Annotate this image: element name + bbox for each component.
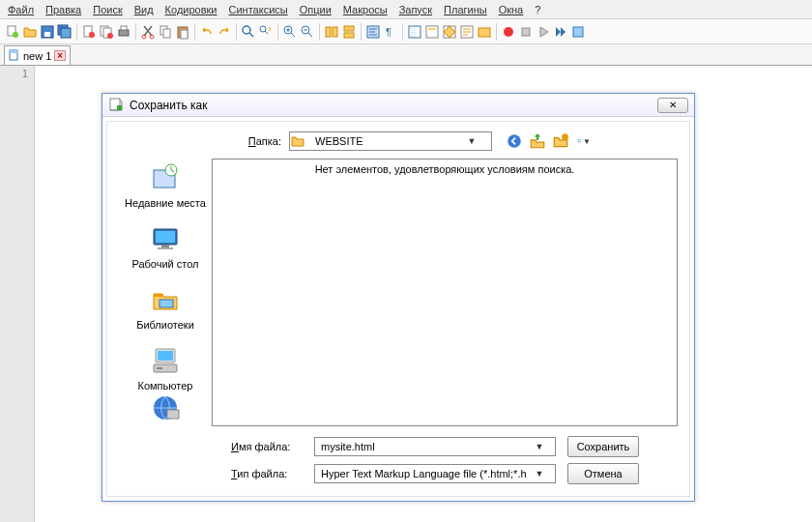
svg-rect-23 xyxy=(326,27,331,37)
chevron-down-icon[interactable]: ▼ xyxy=(464,136,479,146)
sidebar-item-computer[interactable]: Компьютер xyxy=(119,343,212,392)
line-gutter: 1 xyxy=(0,66,35,522)
save-button[interactable]: Сохранить xyxy=(567,436,639,457)
sync-h-icon[interactable] xyxy=(323,23,340,41)
svg-point-19 xyxy=(243,26,250,34)
close-icon[interactable] xyxy=(80,23,98,41)
svg-rect-5 xyxy=(61,28,71,38)
paste-icon[interactable] xyxy=(174,23,191,41)
svg-rect-51 xyxy=(156,231,175,243)
find-icon[interactable] xyxy=(240,23,257,41)
document-tab[interactable]: new 1 × xyxy=(4,45,71,65)
svg-rect-39 xyxy=(10,50,17,53)
filename-combo[interactable]: ▼ xyxy=(314,437,556,456)
svg-rect-26 xyxy=(344,33,354,38)
menu-plugins[interactable]: Плагины xyxy=(438,2,493,17)
open-file-icon[interactable] xyxy=(21,23,39,41)
filetype-input[interactable] xyxy=(315,465,532,482)
folder-icon xyxy=(290,133,305,149)
close-all-icon[interactable] xyxy=(98,23,115,41)
view-mode-button[interactable]: ▼ xyxy=(575,132,593,150)
menu-edit[interactable]: Правка xyxy=(40,2,87,17)
svg-rect-12 xyxy=(121,26,127,30)
new-folder-icon[interactable] xyxy=(552,132,569,150)
svg-rect-31 xyxy=(428,28,436,30)
svg-rect-61 xyxy=(167,410,179,419)
back-icon[interactable] xyxy=(506,132,523,150)
ud-lang-icon[interactable] xyxy=(423,23,441,41)
file-list-area[interactable]: Нет элементов, удовлетворяющих условиям … xyxy=(212,159,678,426)
svg-rect-16 xyxy=(163,29,170,38)
chevron-down-icon[interactable]: ▼ xyxy=(532,469,547,478)
svg-rect-46 xyxy=(578,141,579,142)
new-file-icon[interactable] xyxy=(4,23,21,41)
tab-close-icon[interactable]: × xyxy=(54,50,66,61)
sync-v-icon[interactable] xyxy=(340,23,358,41)
svg-rect-3 xyxy=(44,32,50,37)
hidden-chars-icon[interactable]: ¶ xyxy=(382,23,399,41)
sidebar-item-libraries[interactable]: Библиотеки xyxy=(119,282,212,332)
svg-rect-41 xyxy=(117,105,122,110)
svg-rect-36 xyxy=(522,28,530,36)
cancel-button[interactable]: Отмена xyxy=(567,463,639,484)
func-list-icon[interactable] xyxy=(458,23,476,41)
menu-encoding[interactable]: Кодировки xyxy=(160,2,223,17)
menu-syntax[interactable]: Синтаксисы xyxy=(223,2,294,17)
menu-macros[interactable]: Макросы xyxy=(337,2,393,17)
indent-guide-icon[interactable] xyxy=(406,23,423,41)
undo-icon[interactable] xyxy=(198,23,216,41)
zoom-in-icon[interactable] xyxy=(281,23,299,41)
svg-rect-37 xyxy=(573,27,583,37)
toolbar: ¶ xyxy=(0,19,812,44)
svg-rect-55 xyxy=(160,300,173,307)
zoom-out-icon[interactable] xyxy=(299,23,316,41)
replace-icon[interactable] xyxy=(257,23,275,41)
up-icon[interactable] xyxy=(529,132,546,150)
menu-run[interactable]: Запуск xyxy=(393,2,438,17)
filetype-combo[interactable]: ▼ xyxy=(314,464,556,483)
folder-tree-icon[interactable] xyxy=(476,23,493,41)
play-multi-icon[interactable] xyxy=(552,23,569,41)
filename-input[interactable] xyxy=(315,438,532,455)
wordwrap-icon[interactable] xyxy=(364,23,382,41)
menu-file[interactable]: Файл xyxy=(2,2,40,17)
folder-label: Папка: xyxy=(216,135,281,147)
menu-search[interactable]: Поиск xyxy=(87,2,128,17)
file-icon xyxy=(9,49,20,63)
svg-rect-11 xyxy=(119,30,129,36)
folder-combo[interactable]: ▼ xyxy=(289,131,492,151)
print-icon[interactable] xyxy=(115,23,132,41)
dialog-title: Сохранить как xyxy=(130,99,657,112)
svg-rect-24 xyxy=(333,27,337,37)
svg-point-42 xyxy=(508,134,521,148)
sidebar-item-desktop[interactable]: Рабочий стол xyxy=(119,221,212,271)
filetype-label: Тип файла: xyxy=(231,468,303,479)
svg-rect-53 xyxy=(158,247,173,249)
record-macro-icon[interactable] xyxy=(500,23,517,41)
folder-input[interactable] xyxy=(309,132,464,150)
empty-message: Нет элементов, удовлетворяющих условиям … xyxy=(315,163,575,175)
svg-rect-45 xyxy=(580,139,581,140)
menu-view[interactable]: Вид xyxy=(129,2,160,17)
save-macro-icon[interactable] xyxy=(569,23,587,41)
dialog-close-button[interactable]: ✕ xyxy=(657,98,688,113)
chevron-down-icon[interactable]: ▼ xyxy=(532,442,547,451)
tabbar: new 1 × xyxy=(0,44,812,66)
menu-help[interactable]: ? xyxy=(529,2,546,17)
copy-icon[interactable] xyxy=(157,23,174,41)
save-all-icon[interactable] xyxy=(56,23,73,41)
menu-options[interactable]: Опции xyxy=(294,2,337,17)
cut-icon[interactable] xyxy=(139,23,157,41)
save-icon[interactable] xyxy=(39,23,56,41)
svg-point-10 xyxy=(107,33,113,39)
save-as-dialog: Сохранить как ✕ Папка: ▼ ▼ Недавние мест… xyxy=(102,93,695,502)
menu-windows[interactable]: Окна xyxy=(493,2,530,17)
sidebar-item-recent[interactable]: Недавние места xyxy=(119,160,212,210)
svg-rect-54 xyxy=(154,294,163,297)
menubar: Файл Правка Поиск Вид Кодировки Синтакси… xyxy=(0,0,812,19)
play-macro-icon[interactable] xyxy=(535,23,552,41)
stop-macro-icon[interactable] xyxy=(517,23,535,41)
doc-map-icon[interactable] xyxy=(441,23,458,41)
sidebar-item-network[interactable] xyxy=(119,391,212,425)
redo-icon[interactable] xyxy=(216,23,233,41)
